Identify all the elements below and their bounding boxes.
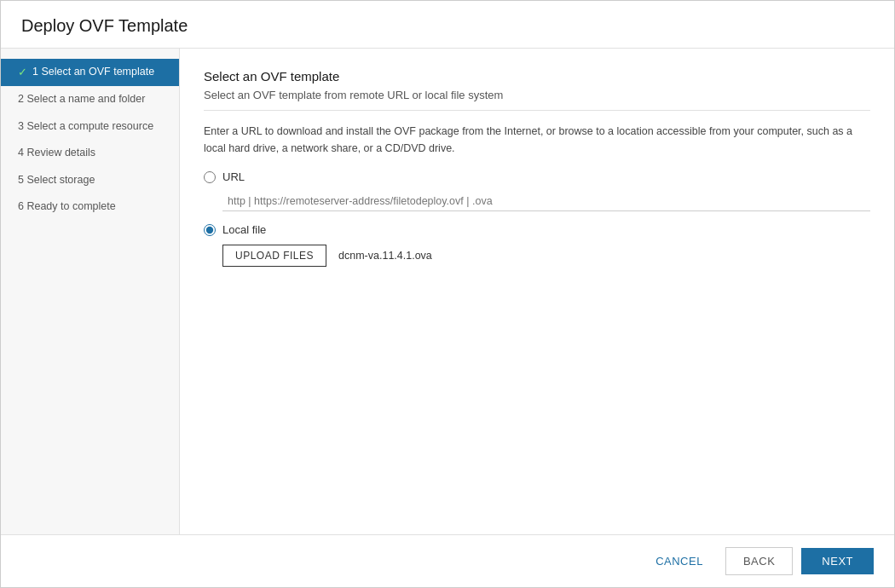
sidebar-item-label-step4: 4 Review details bbox=[18, 146, 95, 161]
sidebar: ✓ 1 Select an OVF template 2 Select a na… bbox=[1, 49, 180, 534]
sidebar-item-step3[interactable]: 3 Select a compute resource bbox=[1, 113, 179, 141]
main-content: Select an OVF template Select an OVF tem… bbox=[180, 49, 894, 534]
dialog-title: Deploy OVF Template bbox=[1, 1, 894, 49]
uploaded-file-name: dcnm-va.11.4.1.ova bbox=[338, 250, 432, 262]
dialog-footer: CANCEL BACK NEXT bbox=[1, 534, 894, 587]
sidebar-item-label-step3: 3 Select a compute resource bbox=[18, 119, 153, 135]
dialog-body: ✓ 1 Select an OVF template 2 Select a na… bbox=[1, 49, 894, 534]
sidebar-item-step5[interactable]: 5 Select storage bbox=[1, 167, 179, 194]
url-input-field[interactable] bbox=[222, 192, 870, 211]
description-text: Enter a URL to download and install the … bbox=[204, 123, 870, 157]
local-file-radio-label[interactable]: Local file bbox=[222, 223, 266, 236]
local-file-radio-input[interactable] bbox=[204, 224, 216, 236]
local-file-row: UPLOAD FILES dcnm-va.11.4.1.ova bbox=[222, 245, 870, 267]
sidebar-item-label-step2: 2 Select a name and folder bbox=[18, 92, 145, 107]
radio-group: URL Local file UPLOAD FILES dcnm-va.11.4… bbox=[204, 170, 870, 267]
sidebar-item-label-step1: 1 Select an OVF template bbox=[32, 65, 154, 80]
sidebar-item-step2[interactable]: 2 Select a name and folder bbox=[1, 86, 179, 113]
sidebar-item-step1[interactable]: ✓ 1 Select an OVF template bbox=[1, 59, 179, 86]
section-title: Select an OVF template bbox=[204, 69, 870, 84]
url-radio-input[interactable] bbox=[204, 171, 216, 183]
sidebar-item-label-step6: 6 Ready to complete bbox=[18, 199, 116, 215]
local-file-radio-option: Local file bbox=[204, 223, 870, 236]
url-radio-label[interactable]: URL bbox=[222, 170, 245, 183]
sidebar-item-label-step5: 5 Select storage bbox=[18, 173, 95, 188]
cancel-button[interactable]: CANCEL bbox=[642, 548, 717, 574]
section-subtitle: Select an OVF template from remote URL o… bbox=[204, 89, 870, 111]
sidebar-item-step6[interactable]: 6 Ready to complete bbox=[1, 193, 179, 221]
upload-files-button[interactable]: UPLOAD FILES bbox=[222, 245, 326, 267]
sidebar-item-step4[interactable]: 4 Review details bbox=[1, 140, 179, 167]
checkmark-icon: ✓ bbox=[18, 65, 27, 80]
deploy-ovf-dialog: Deploy OVF Template ✓ 1 Select an OVF te… bbox=[0, 0, 895, 588]
back-button[interactable]: BACK bbox=[725, 547, 793, 575]
url-radio-option: URL bbox=[204, 170, 870, 183]
next-button[interactable]: NEXT bbox=[801, 548, 874, 574]
